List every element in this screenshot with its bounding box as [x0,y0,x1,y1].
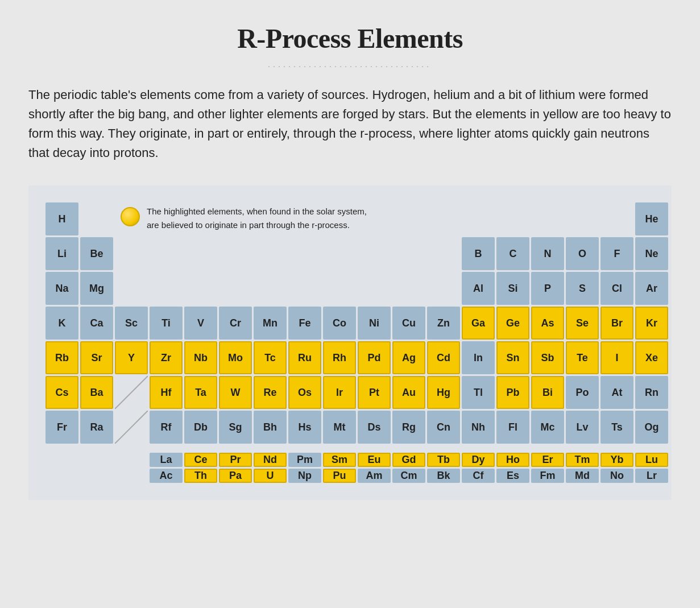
element-sn: Sn [496,341,529,374]
element-h: H [45,202,78,235]
page-container: R-Process Elements .....................… [0,0,700,528]
element-cs: Cs [45,376,78,409]
legend-circle [121,207,140,226]
element-as: As [531,307,564,340]
element-cn: Cn [427,411,460,444]
element-yb: Yb [600,453,633,467]
element-bi: Bi [531,376,564,409]
element-ca: Ca [80,307,113,340]
lanthanide-row: LaCePrNdPmSmEuGdTbDyHoErTmYbLu [45,453,655,467]
element-u: U [254,469,287,483]
element-ts: Ts [600,411,633,444]
element-bk: Bk [427,469,460,483]
element-li: Li [45,237,78,270]
element-fr: Fr [45,411,78,444]
legend: The highlighted elements, when found in … [121,202,371,234]
element-sm: Sm [323,453,356,467]
element-v: V [184,307,217,340]
element-re: Re [254,376,287,409]
element-pb: Pb [496,376,529,409]
legend-text: The highlighted elements, when found in … [147,205,371,232]
element-fe: Fe [288,307,321,340]
element-ho: Ho [496,453,529,467]
element-c: C [496,237,529,270]
element-th: Th [184,469,217,483]
element-b: B [462,237,495,270]
svg-line-1 [115,411,148,444]
element-zr: Zr [150,341,183,374]
element-np: Np [288,469,321,483]
periodic-table-wrapper: HHeLiBeBCNOFNeNaMgAlSiPSClArKCaScTiVCrMn… [28,185,672,500]
element-se: Se [566,307,599,340]
element-ra: Ra [80,411,113,444]
element-tb: Tb [427,453,460,467]
element-ti: Ti [150,307,183,340]
element-ds: Ds [358,411,391,444]
element-kr: Kr [635,307,668,340]
element-cl: Cl [600,272,633,305]
element-ta: Ta [184,376,217,409]
element-o: O [566,237,599,270]
element-hg: Hg [427,376,460,409]
element-fm: Fm [531,469,564,483]
element-mt: Mt [323,411,356,444]
element-ba: Ba [80,376,113,409]
element-dy: Dy [462,453,495,467]
element-ru: Ru [288,341,321,374]
element-he: He [635,202,668,235]
element-co: Co [323,307,356,340]
element-be: Be [80,237,113,270]
element-po: Po [566,376,599,409]
lanthanide-spacer [45,453,148,467]
element-la: La [150,453,183,467]
element-na: Na [45,272,78,305]
element-s: S [566,272,599,305]
element-ni: Ni [358,307,391,340]
element-mc: Mc [531,411,564,444]
element-si: Si [496,272,529,305]
element-p: P [531,272,564,305]
element-lu: Lu [635,453,668,467]
element-in: In [462,341,495,374]
element-sb: Sb [531,341,564,374]
element-cr: Cr [219,307,252,340]
actinide-row: AcThPaUNpPuAmCmBkCfEsFmMdNoLr [45,469,655,483]
element-xe: Xe [635,341,668,374]
element-tl: Tl [462,376,495,409]
element-ne: Ne [635,237,668,270]
element-lr: Lr [635,469,668,483]
element-y: Y [115,341,148,374]
element-ir: Ir [323,376,356,409]
element-ag: Ag [392,341,425,374]
description: The periodic table's elements come from … [28,85,671,163]
element-tm: Tm [566,453,599,467]
element-sg: Sg [219,411,252,444]
bottom-rows: LaCePrNdPmSmEuGdTbDyHoErTmYbLuAcThPaUNpP… [45,453,655,483]
element-pt: Pt [358,376,391,409]
element-cd: Cd [427,341,460,374]
element-gd: Gd [392,453,425,467]
element-cu: Cu [392,307,425,340]
element-nd: Nd [254,453,287,467]
element-fl: Fl [496,411,529,444]
element-er: Er [531,453,564,467]
element-ar: Ar [635,272,668,305]
element-ga: Ga [462,307,495,340]
element-hs: Hs [288,411,321,444]
element-mn: Mn [254,307,287,340]
element-hf: Hf [150,376,183,409]
element-nh: Nh [462,411,495,444]
element-es: Es [496,469,529,483]
element-md: Md [566,469,599,483]
element-rn: Rn [635,376,668,409]
element-eu: Eu [358,453,391,467]
element-rg: Rg [392,411,425,444]
element-ce: Ce [184,453,217,467]
element-bh: Bh [254,411,287,444]
element-at: At [600,376,633,409]
element-al: Al [462,272,495,305]
element-k: K [45,307,78,340]
element-pm: Pm [288,453,321,467]
element-mo: Mo [219,341,252,374]
svg-line-0 [115,376,148,409]
